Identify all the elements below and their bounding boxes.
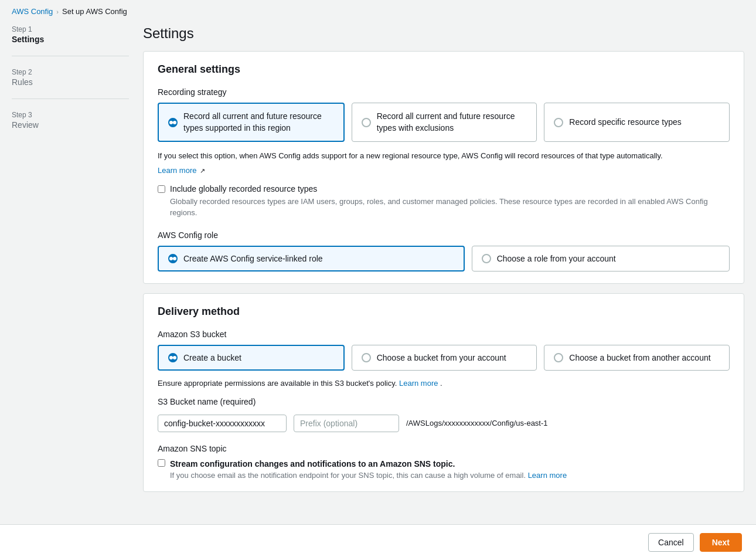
breadcrumb-separator: › — [56, 8, 59, 15]
globally-recorded-label[interactable]: Include globally recorded resource types — [170, 184, 317, 194]
role-option-2[interactable]: Choose a role from your account — [472, 246, 730, 271]
delivery-method-card: Delivery method Amazon S3 bucket Create … — [143, 293, 744, 492]
learn-more-link[interactable]: Learn more — [158, 166, 196, 175]
aws-config-role-section: AWS Config role Create AWS Config servic… — [158, 230, 730, 271]
bucket-option-2[interactable]: Choose a bucket from your account — [352, 345, 537, 371]
step3-num: Step 3 — [12, 111, 129, 119]
sns-section: Amazon SNS topic Stream configuration ch… — [158, 444, 730, 480]
recording-info-text: If you select this option, when AWS Conf… — [158, 150, 730, 162]
role-option-1-text: Create AWS Config service-linked role — [183, 254, 323, 263]
general-settings-card: General settings Recording strategy Reco… — [143, 51, 744, 284]
bucket-option-3[interactable]: Choose a bucket from another account — [544, 345, 730, 371]
s3-path-display: /AWSLogs/xxxxxxxxxxxx/Config/us-east-1 — [406, 419, 548, 427]
sidebar-step-2: Step 2 Rules — [12, 68, 129, 99]
delivery-method-title: Delivery method — [158, 306, 730, 318]
bucket-option-2-text: Choose a bucket from your account — [377, 353, 506, 362]
s3-bucket-label: Amazon S3 bucket — [158, 330, 730, 339]
recording-strategy-label: Recording strategy — [158, 87, 730, 97]
main-layout: Step 1 Settings Step 2 Rules Step 3 Revi… — [0, 23, 756, 537]
s3-prefix-input[interactable] — [294, 415, 399, 432]
step1-label: Settings — [12, 35, 129, 44]
main-content: Settings General settings Recording stra… — [143, 23, 744, 537]
role-radio-circle-1 — [168, 254, 178, 263]
sidebar-step-3: Step 3 Review — [12, 111, 129, 141]
sns-checkbox-row: Stream configuration changes and notific… — [158, 459, 730, 480]
role-radio-circle-2 — [482, 254, 491, 263]
step3-label: Review — [12, 120, 129, 130]
sns-checkbox[interactable] — [158, 459, 165, 467]
external-link-icon: ↗ — [200, 167, 205, 174]
s3-name-label: S3 Bucket name (required) — [158, 397, 730, 406]
recording-option-3-text: Record specific resource types — [569, 117, 681, 128]
role-section-label: AWS Config role — [158, 230, 730, 240]
breadcrumb: AWS Config › Set up AWS Config — [0, 0, 756, 23]
recording-option-3[interactable]: Record specific resource types — [544, 103, 730, 142]
bucket-radio-circle-1 — [168, 353, 178, 362]
next-button[interactable]: Next — [700, 533, 742, 552]
recording-option-1-text: Record all current and future resource t… — [183, 111, 334, 134]
footer: Cancel Next — [0, 524, 756, 560]
sns-desc: If you choose email as the notification … — [170, 471, 567, 480]
role-option-2-text: Choose a role from your account — [497, 254, 616, 263]
step2-num: Step 2 — [12, 68, 129, 76]
cancel-button[interactable]: Cancel — [648, 533, 694, 552]
globally-recorded-checkbox[interactable] — [158, 185, 165, 193]
breadcrumb-link[interactable]: AWS Config — [12, 7, 53, 16]
s3-name-row: /AWSLogs/xxxxxxxxxxxx/Config/us-east-1 — [158, 415, 730, 432]
bucket-radio-circle-3 — [554, 353, 563, 362]
s3-bucket-name-section: S3 Bucket name (required) /AWSLogs/xxxxx… — [158, 397, 730, 432]
s3-bucket-name-input[interactable] — [158, 415, 287, 432]
sidebar: Step 1 Settings Step 2 Rules Step 3 Revi… — [12, 23, 129, 537]
general-settings-title: General settings — [158, 63, 730, 76]
globally-recorded-desc: Globally recorded resources types are IA… — [170, 196, 730, 219]
bucket-radio-circle-2 — [362, 353, 371, 362]
sns-label: Amazon SNS topic — [158, 444, 730, 453]
sns-checkbox-label[interactable]: Stream configuration changes and notific… — [170, 459, 455, 469]
globally-recorded-checkbox-group: Include globally recorded resource types… — [158, 184, 730, 219]
radio-circle-1 — [168, 118, 178, 127]
recording-option-1[interactable]: Record all current and future resource t… — [158, 103, 345, 142]
recording-strategy-group: Record all current and future resource t… — [158, 103, 730, 142]
ensure-text: Ensure appropriate permissions are avail… — [158, 379, 730, 388]
sns-learn-more[interactable]: Learn more — [528, 471, 567, 480]
step1-num: Step 1 — [12, 25, 129, 33]
s3-bucket-options-group: Create a bucket Choose a bucket from you… — [158, 345, 730, 371]
page-title: Settings — [143, 25, 744, 42]
role-option-1[interactable]: Create AWS Config service-linked role — [158, 246, 465, 271]
step2-label: Rules — [12, 77, 129, 87]
radio-circle-3 — [554, 118, 563, 127]
sidebar-step-1: Step 1 Settings — [12, 25, 129, 56]
ensure-text-content: Ensure appropriate permissions are avail… — [158, 379, 397, 388]
recording-option-2-text: Record all current and future resource t… — [377, 111, 527, 134]
role-radio-group: Create AWS Config service-linked role Ch… — [158, 246, 730, 271]
bucket-option-3-text: Choose a bucket from another account — [569, 353, 710, 362]
breadcrumb-current: Set up AWS Config — [62, 7, 127, 16]
bucket-option-1-text: Create a bucket — [183, 353, 241, 362]
recording-option-2[interactable]: Record all current and future resource t… — [352, 103, 537, 142]
ensure-learn-more[interactable]: Learn more — [399, 379, 438, 388]
radio-circle-2 — [362, 118, 371, 127]
bucket-option-1[interactable]: Create a bucket — [158, 345, 345, 371]
